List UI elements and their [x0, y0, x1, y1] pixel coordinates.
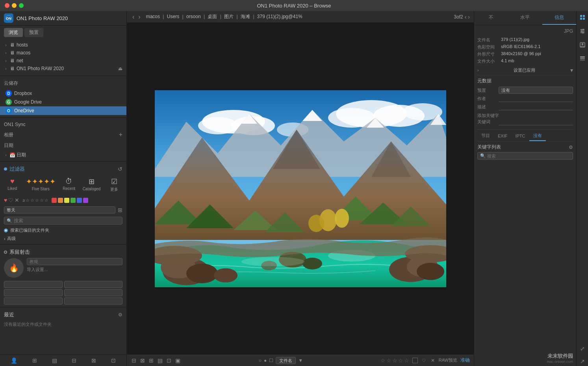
- heart-filled-button[interactable]: ♥: [4, 197, 7, 203]
- tab-not[interactable]: 不: [474, 11, 508, 25]
- heart-rate-button[interactable]: ♡: [421, 357, 427, 364]
- right-icon-browse[interactable]: [578, 13, 587, 23]
- view-mode-filmstrip2[interactable]: ⊡: [166, 357, 172, 364]
- filter-cataloged[interactable]: ⊞ Cataloged: [80, 176, 103, 194]
- tree-item-net[interactable]: › 🖥 net: [0, 57, 126, 65]
- tree-item-hosts[interactable]: › 🖥 hosts: [0, 41, 126, 49]
- breadcrumb-segment-users[interactable]: Users: [167, 14, 179, 19]
- right-icon-adjust[interactable]: [578, 26, 587, 37]
- search-input[interactable]: [14, 218, 120, 223]
- filter-liked[interactable]: ♥ Liked: [4, 176, 21, 194]
- sidebar-icon-multi[interactable]: ⊠: [91, 357, 96, 364]
- count-prev-button[interactable]: ‹: [465, 14, 467, 20]
- keyword-search-input[interactable]: [487, 154, 570, 158]
- color-red[interactable]: [52, 198, 57, 203]
- tab-browse[interactable]: 浏览: [4, 28, 23, 37]
- date-item[interactable]: › 📅 日期: [0, 150, 126, 160]
- time-dropdown[interactable]: 整天: [4, 206, 115, 214]
- filter-reset-button[interactable]: ↺: [118, 166, 122, 172]
- star-3[interactable]: ☆: [35, 198, 39, 203]
- author-input[interactable]: [499, 95, 573, 102]
- advanced-search-link[interactable]: › 高级: [0, 234, 126, 243]
- tab-horizontal[interactable]: 水平: [508, 11, 542, 25]
- filter-five-stars[interactable]: ✦✦✦✦✦ Five Stars: [24, 176, 58, 194]
- preset-select[interactable]: 没有: [499, 87, 573, 94]
- keywords-input[interactable]: [499, 119, 573, 125]
- cloud-item-onedrive[interactable]: O OneDrive: [0, 106, 126, 115]
- recent-gear-button[interactable]: ⚙: [118, 312, 122, 318]
- tethered-name-input[interactable]: [27, 258, 122, 265]
- view-mode-compare[interactable]: ⊠: [139, 357, 146, 364]
- breadcrumb-segment-desktop[interactable]: 桌面: [208, 14, 217, 19]
- keyword-gear-button[interactable]: ⚙: [569, 145, 573, 150]
- close-button[interactable]: [5, 3, 9, 8]
- view-mode-grid[interactable]: ⊞: [148, 357, 154, 364]
- settings-dropdown-btn[interactable]: ▾: [570, 67, 573, 73]
- settings-expand-btn[interactable]: ›: [477, 68, 479, 72]
- add-album-button[interactable]: +: [119, 131, 122, 138]
- cloud-item-googledrive[interactable]: G Google Drive: [0, 98, 126, 106]
- window-controls[interactable]: [5, 3, 24, 8]
- import-settings-link[interactable]: 导入设置...: [27, 267, 122, 273]
- breadcrumb-segment-images[interactable]: 图片: [224, 14, 234, 19]
- color-label-square[interactable]: [412, 358, 418, 363]
- dropdown-right-2[interactable]: [64, 289, 123, 296]
- calendar-view-button[interactable]: ⊞: [118, 207, 122, 213]
- breadcrumb-segment-beach[interactable]: 海滩: [241, 14, 250, 19]
- color-blue[interactable]: [77, 198, 82, 203]
- nav-back-button[interactable]: ‹: [131, 13, 136, 20]
- dropdown-left-3[interactable]: [4, 297, 63, 305]
- sidebar-icon-person[interactable]: 👤: [11, 357, 17, 364]
- maximize-button[interactable]: [19, 3, 24, 8]
- eject-icon[interactable]: ⏏: [118, 66, 122, 71]
- view-mode-fullscreen[interactable]: ▣: [174, 357, 181, 364]
- heart-outline-button[interactable]: ♡: [8, 197, 13, 203]
- color-purple[interactable]: [83, 198, 88, 203]
- description-input[interactable]: [499, 104, 573, 110]
- reject-button[interactable]: ✕: [430, 357, 436, 364]
- dropdown-right-3[interactable]: [64, 297, 123, 305]
- star-4[interactable]: ☆: [40, 198, 44, 203]
- dropdown-right-1[interactable]: [64, 281, 123, 288]
- subtab-scene[interactable]: 节目: [477, 131, 494, 141]
- tree-item-on1[interactable]: › 🖥 ON1 Photo RAW 2020 ⏏: [0, 65, 126, 72]
- star-2[interactable]: ☆: [30, 198, 34, 203]
- confirm-button[interactable]: 准确: [460, 357, 470, 364]
- view-mode-single[interactable]: ⊟: [131, 357, 137, 364]
- star-4-btn[interactable]: ☆: [398, 357, 403, 364]
- tab-info[interactable]: 信息: [542, 11, 576, 25]
- filter-more[interactable]: ☑ 更多: [106, 176, 123, 194]
- filename-select[interactable]: 文件名: [276, 357, 296, 364]
- breadcrumb-segment-orsoon[interactable]: orsoon: [186, 14, 201, 19]
- star-2-btn[interactable]: ☆: [386, 357, 391, 364]
- right-icon-layers[interactable]: [578, 54, 587, 65]
- breadcrumb-segment-macos[interactable]: macos: [146, 14, 160, 19]
- sidebar-icon-split[interactable]: ⊟: [72, 357, 76, 364]
- sidebar-icon-grid[interactable]: ⊞: [32, 357, 37, 364]
- color-orange[interactable]: [58, 198, 63, 203]
- cloud-item-dropbox[interactable]: D Dropbox: [0, 89, 126, 98]
- count-next-button[interactable]: ›: [468, 14, 470, 20]
- star-3-btn[interactable]: ☆: [392, 357, 397, 364]
- tab-preview[interactable]: 预置: [24, 28, 43, 37]
- filter-recent[interactable]: ⏱ Recent: [60, 176, 78, 194]
- heart-reject-button[interactable]: ✕: [15, 197, 19, 203]
- star-5-btn[interactable]: ☆: [404, 357, 409, 364]
- minimize-button[interactable]: [12, 3, 17, 8]
- sidebar-icon-crop[interactable]: ⊡: [111, 357, 116, 364]
- right-icon-fullscreen[interactable]: ⤢: [579, 344, 586, 353]
- search-option-all[interactable]: 搜索已编目的文件夹: [4, 227, 122, 233]
- star-1-btn[interactable]: ☆: [380, 357, 386, 364]
- subtab-none[interactable]: 没有: [529, 131, 546, 141]
- subtab-exif[interactable]: EXIF: [494, 131, 511, 141]
- dropdown-left-1[interactable]: [4, 281, 63, 288]
- view-mode-filmstrip[interactable]: ▤: [157, 357, 163, 364]
- color-green[interactable]: [70, 198, 76, 203]
- subtab-iptc[interactable]: IPTC: [511, 131, 529, 141]
- star-5[interactable]: ☆: [45, 198, 48, 203]
- right-icon-export[interactable]: ↗: [579, 357, 586, 366]
- sidebar-icon-filmstrip[interactable]: ▤: [52, 357, 57, 364]
- tree-item-macos[interactable]: › 🖥 macos: [0, 49, 126, 57]
- right-icon-portrait[interactable]: [578, 40, 587, 51]
- nav-forward-button[interactable]: ›: [137, 13, 142, 20]
